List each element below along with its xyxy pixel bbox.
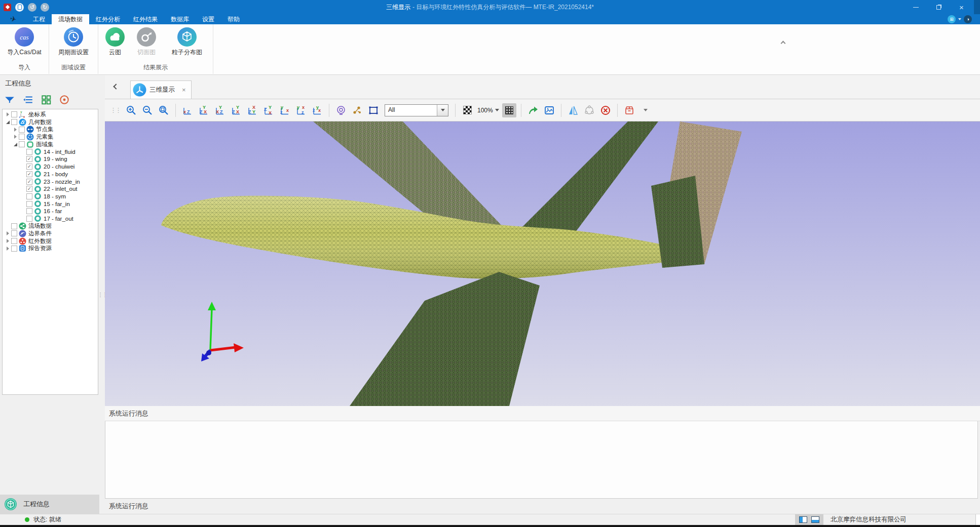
tab-close-icon[interactable]: × [182,86,186,94]
message-panel-body[interactable] [105,421,978,499]
tree-checkbox[interactable] [19,127,25,133]
display-filter-combobox[interactable]: All [385,104,448,116]
app-icon[interactable] [4,4,11,11]
menu-tab-shezhi[interactable]: 设置 [196,14,221,24]
tree-item-15-far_in[interactable]: 15 - far_in [3,200,98,208]
tree-item-14-int_fluid[interactable]: 14 - int_fluid [3,148,98,155]
tree-checkbox[interactable] [26,149,32,155]
cancel-icon[interactable] [598,103,613,117]
layout-bottom-panel-icon[interactable] [811,516,819,523]
redo-icon[interactable]: ↻ [41,3,49,12]
tree-expand-icon[interactable] [5,120,11,124]
tree-item--[interactable]: 红外数据 [3,237,98,245]
tree-item--[interactable]: Yzx坐标系 [3,111,98,118]
export-share-icon[interactable] [526,103,540,117]
tree-expand-icon[interactable] [12,143,18,146]
view-iso-1-icon[interactable]: yzx [278,103,292,117]
tree-item--[interactable]: 节点集 [3,126,98,133]
tree-item-21-body[interactable]: ✓21 - body [3,171,98,178]
tree-item-18-sym[interactable]: 18 - sym [3,193,98,200]
tab-scroll-left-button[interactable] [112,83,121,92]
tree-item-17-far_out[interactable]: 17 - far_out [3,215,98,223]
combo-arrow-icon[interactable] [437,105,448,116]
grid-toggle-icon[interactable] [502,103,516,117]
explode-view-icon[interactable] [350,103,364,117]
view-xz-icon[interactable]: xZ [180,103,195,117]
tree-expand-icon[interactable] [5,112,11,116]
theme-icon[interactable]: ◑ [964,15,972,23]
periodic-face-button[interactable]: 周期面设置 [52,27,95,57]
view-zy-icon[interactable]: XZY [245,103,259,117]
tree-expand-icon[interactable] [5,239,11,243]
tree-item-16-far[interactable]: 16 - far [3,208,98,215]
menu-tab-liuchang[interactable]: 流场数据 [52,14,89,24]
view-zyx-icon[interactable]: YZX [261,103,276,117]
tree-item--[interactable]: 边界条件 [3,230,98,237]
tree-checkbox[interactable]: ✓ [26,156,32,162]
tree-checkbox[interactable] [11,223,17,229]
section-box-caret-icon[interactable] [638,103,653,117]
locate-target-icon[interactable] [59,94,70,105]
view-zx-icon[interactable]: YZX [197,103,211,117]
tree-checkbox[interactable] [26,208,32,214]
menu-tab-hongwai-fenxi[interactable]: 红外分析 [89,14,127,24]
filter-icon[interactable] [4,94,15,105]
tree-expand-icon[interactable] [12,128,18,132]
new-file-icon[interactable] [15,3,24,12]
tree-expand-icon[interactable] [5,247,11,251]
select-box-icon[interactable] [366,103,381,117]
zoom-out-icon[interactable] [140,103,155,117]
tree-checkbox[interactable] [11,119,17,125]
group-view-icon[interactable] [41,94,52,105]
section-box-icon[interactable] [622,103,636,117]
particle-button[interactable]: 粒子分布图 [164,27,210,57]
mesh-display-icon[interactable] [582,103,596,117]
tree-checkbox[interactable] [19,141,25,147]
style-grid-icon[interactable]: ⊞ [948,15,956,23]
tree-item--[interactable]: 面域集 [3,141,98,148]
tree-expand-icon[interactable] [12,135,18,139]
tree-checkbox[interactable] [26,216,32,222]
toolbar-grip[interactable]: ⋮⋮ [110,106,120,114]
view-iso-2-icon[interactable]: yxz [294,103,308,117]
tree-item--[interactable]: 元素集 [3,133,98,141]
tree-checkbox[interactable] [11,111,17,117]
tree-checkbox[interactable]: ✓ [26,186,32,192]
menu-tab-bangzhu[interactable]: 帮助 [221,14,246,24]
view-zx-b-icon[interactable]: YZX [229,103,243,117]
tree-checkbox[interactable]: ✓ [26,164,32,170]
message-panel-tab[interactable]: 系统运行消息 [105,499,980,514]
ribbon-collapse-button[interactable] [779,39,787,47]
panel-splitter[interactable]: ⋮⋮ [99,75,105,514]
zoom-level-dropdown[interactable]: 100% [477,107,499,114]
snapshot-icon[interactable] [542,103,556,117]
close-button[interactable]: × [950,0,973,14]
probe-icon[interactable] [334,103,348,117]
transparency-icon[interactable] [460,103,474,117]
layout-left-panel-icon[interactable] [799,516,807,523]
import-cas-dat-button[interactable]: cas导入Cas/Dat [3,27,46,57]
project-panel-footer-tab[interactable]: 工程信息 [0,495,99,514]
tree-checkbox[interactable] [11,230,17,236]
tree-checkbox[interactable]: ✓ [26,171,32,177]
tree-checkbox[interactable] [11,238,17,244]
tree-expand-icon[interactable] [5,231,11,235]
tree-item-20-chuiwei[interactable]: ✓20 - chuiwei [3,163,98,171]
view-xz-b-icon[interactable]: YXZ [213,103,227,117]
tree-checkbox[interactable]: ✓ [26,179,32,185]
tree-checkbox[interactable] [19,134,25,140]
menu-tab-shujuku[interactable]: 数据库 [164,14,196,24]
minimize-button[interactable] [904,0,927,14]
undo-icon[interactable]: ↺ [28,3,36,12]
zoom-in-icon[interactable] [124,103,138,117]
menu-tab-hongwai-jieguo[interactable]: 红外结果 [127,14,164,24]
tree-item-22-inlet_out[interactable]: ✓22 - inlet_out [3,185,98,193]
tree-list-icon[interactable] [22,94,33,105]
tree-item-23-nozzle_in[interactable]: ✓23 - nozzle_in [3,178,98,185]
style-caret-icon[interactable] [958,18,961,22]
tree-item--[interactable]: 几何数据 [3,118,98,126]
tree-checkbox[interactable] [26,193,32,199]
tree-checkbox[interactable] [26,201,32,207]
tree-item-19-wing[interactable]: ✓19 - wing [3,155,98,163]
tree-checkbox[interactable] [11,246,17,252]
